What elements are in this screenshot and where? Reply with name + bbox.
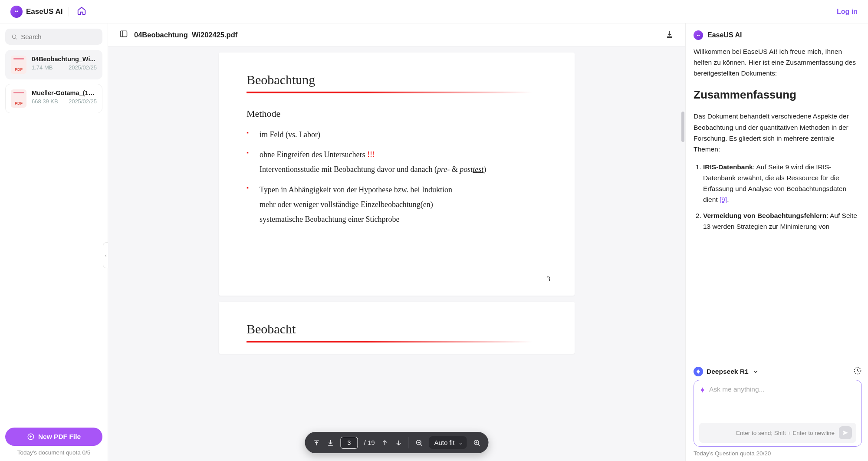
file-item[interactable]: PDF 04Beobachtung_Wi... 1.74 MB 2025/02/…	[5, 50, 102, 79]
svg-point-0	[12, 35, 16, 38]
file-item[interactable]: PDF Mueller-Gotama_(19... 668.39 KB 2025…	[5, 84, 102, 113]
sidebar: PDF 04Beobachtung_Wi... 1.74 MB 2025/02/…	[0, 23, 108, 461]
document-viewport[interactable]: Beobachtung Methode im Feld (vs. Labor) …	[108, 46, 685, 461]
pdf-toolbar: / 19 Auto fit	[305, 432, 488, 453]
download-button[interactable]	[665, 30, 674, 40]
model-name: Deepseek R1	[707, 368, 749, 375]
page-heading: Beobacht	[247, 322, 547, 336]
page-reference-link[interactable]: [9]	[720, 196, 727, 203]
app-logo: •• EaseUS AI	[10, 6, 62, 18]
document-pane: ‹ 04Beobachtung_Wi202425.pdf Beobachtung	[108, 23, 686, 461]
scrollbar-thumb[interactable]	[681, 112, 684, 142]
zoom-out-button[interactable]	[415, 439, 423, 447]
app-header: •• EaseUS AI Log in	[0, 0, 868, 23]
pdf-icon: PDF	[11, 89, 26, 108]
chat-logo-icon: ••	[694, 30, 703, 40]
search-input[interactable]	[21, 33, 96, 40]
logo-mark-icon: ••	[10, 6, 23, 18]
search-icon	[11, 33, 17, 40]
arrow-down-bar-icon	[326, 439, 334, 447]
sparkle-icon: ✦	[699, 385, 706, 395]
bullet-item: im Feld (vs. Labor)	[247, 127, 547, 142]
page-heading: Beobachtung	[247, 72, 547, 87]
new-pdf-label: New PDF File	[38, 433, 81, 441]
file-name: 04Beobachtung_Wi...	[32, 56, 97, 63]
home-button[interactable]	[75, 4, 88, 19]
pdf-page: Beobacht	[219, 302, 575, 354]
model-badge-icon	[694, 367, 703, 376]
zoom-select[interactable]: Auto fit	[429, 436, 467, 449]
pdf-page: Beobachtung Methode im Feld (vs. Labor) …	[219, 53, 575, 296]
pdf-icon: PDF	[11, 56, 26, 74]
bullet-item: ohne Eingreifen des Untersuchers !!! Int…	[247, 147, 547, 177]
summary-item: IRIS-Datenbank: Auf Seite 9 wird die IRI…	[703, 161, 859, 205]
home-icon	[77, 6, 86, 16]
heading-rule	[247, 92, 547, 93]
file-size: 1.74 MB	[32, 64, 53, 71]
login-link[interactable]: Log in	[837, 8, 858, 16]
chat-messages[interactable]: Willkommen bei EaseUS AI! Ich freue mich…	[694, 46, 862, 364]
plus-circle-icon	[27, 433, 35, 441]
prev-page-button[interactable]	[381, 439, 389, 447]
summary-item: Vermeidung von Beobachtungsfehlern: Auf …	[703, 210, 859, 232]
scroll-top-button[interactable]	[312, 439, 320, 447]
chevron-down-icon	[752, 368, 759, 375]
arrow-up-icon	[381, 439, 389, 447]
summary-paragraph: Das Dokument behandelt verschiedene Aspe…	[694, 111, 859, 154]
page-number-input[interactable]	[340, 437, 358, 449]
download-icon	[665, 30, 674, 39]
page-total: / 19	[364, 439, 375, 446]
document-header: 04Beobachtung_Wi202425.pdf	[108, 23, 685, 46]
file-list: PDF 04Beobachtung_Wi... 1.74 MB 2025/02/…	[5, 50, 102, 113]
chat-input[interactable]	[709, 385, 856, 420]
bullet-item: Typen in Abhängigkeit von der Hypothese …	[247, 182, 547, 227]
history-icon	[853, 366, 862, 375]
chat-pane: •• EaseUS AI Willkommen bei EaseUS AI! I…	[686, 23, 868, 461]
scroll-bottom-button[interactable]	[326, 439, 334, 447]
heading-rule	[247, 341, 547, 342]
chat-intro: Willkommen bei EaseUS AI! Ich freue mich…	[694, 46, 859, 79]
document-quota: Today's document quota 0/5	[17, 449, 90, 456]
search-box[interactable]	[5, 29, 102, 45]
file-date: 2025/02/25	[69, 98, 97, 105]
file-date: 2025/02/25	[69, 64, 97, 71]
toolbar-divider	[409, 437, 409, 448]
divider	[69, 7, 69, 16]
chat-header: •• EaseUS AI	[694, 30, 862, 40]
model-selector[interactable]: Deepseek R1	[694, 367, 759, 376]
question-quota: Today's Question quota 20/20	[694, 450, 862, 457]
arrow-down-icon	[395, 439, 403, 447]
chat-title: EaseUS AI	[707, 31, 742, 39]
summary-heading: Zusammenfassung	[694, 86, 859, 104]
svg-rect-2	[121, 31, 127, 36]
send-icon	[842, 429, 849, 436]
file-name: Mueller-Gotama_(19...	[32, 89, 97, 96]
send-button[interactable]	[839, 426, 852, 439]
input-hint: Enter to send; Shift + Enter to newline	[736, 430, 835, 436]
document-title: 04Beobachtung_Wi202425.pdf	[134, 31, 237, 39]
new-pdf-button[interactable]: New PDF File	[5, 428, 102, 446]
sidebar-collapse-handle[interactable]: ‹	[103, 242, 108, 268]
zoom-in-icon	[473, 439, 481, 447]
file-size: 668.39 KB	[32, 98, 58, 105]
page-number: 3	[547, 275, 551, 283]
document-icon	[119, 30, 128, 40]
arrow-up-bar-icon	[312, 439, 320, 447]
section-heading: Methode	[247, 108, 547, 119]
zoom-in-button[interactable]	[473, 439, 481, 447]
next-page-button[interactable]	[395, 439, 403, 447]
history-button[interactable]	[853, 366, 862, 376]
app-name: EaseUS AI	[26, 7, 62, 16]
zoom-out-icon	[415, 439, 423, 447]
chat-input-container: ✦ Enter to send; Shift + Enter to newlin…	[694, 380, 862, 447]
